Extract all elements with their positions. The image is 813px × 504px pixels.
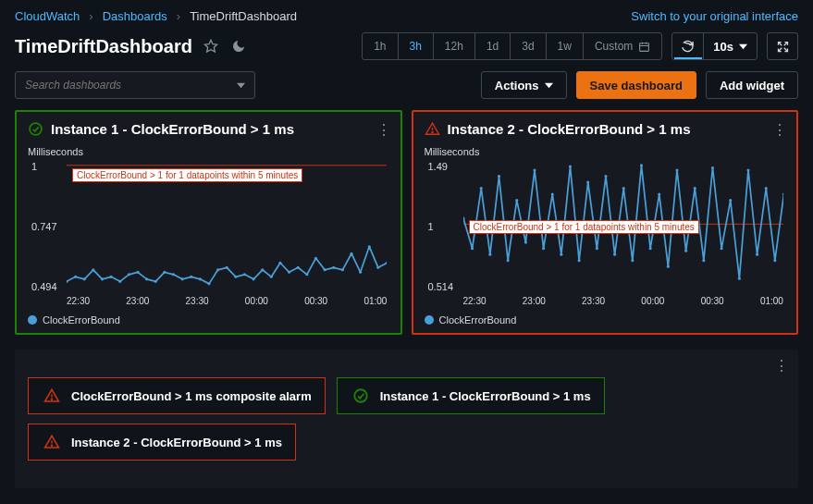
widget-menu-button[interactable]: ⋮	[376, 121, 391, 139]
caret-down-icon	[739, 43, 747, 51]
svg-point-47	[359, 271, 362, 274]
svg-point-70	[595, 247, 597, 250]
time-3d[interactable]: 3d	[511, 33, 546, 59]
svg-point-71	[604, 175, 607, 178]
svg-point-55	[463, 217, 465, 220]
threshold-annotation: ClockErrorBound > 1 for 1 datapoints wit…	[469, 220, 699, 234]
chart-plot[interactable]: 1 0.747 0.494 ClockErrorBound > 1 for 1 …	[31, 161, 389, 309]
star-icon[interactable]	[202, 37, 220, 55]
time-custom-label: Custom	[595, 40, 633, 53]
widget-menu-button[interactable]: ⋮	[772, 121, 787, 139]
chart-plot[interactable]: 1.49 1 0.514 ClockErrorBound > 1 for 1 d…	[428, 161, 786, 309]
alarm-label: ClockErrorBound > 1 ms composite alarm	[71, 389, 312, 403]
y-axis-label: Milliseconds	[28, 146, 389, 157]
svg-point-77	[658, 193, 660, 196]
svg-point-74	[631, 259, 634, 262]
svg-point-18	[101, 277, 104, 280]
crumb-current: TimeDriftDashboard	[190, 9, 297, 23]
ok-circle-icon	[28, 121, 43, 137]
actions-button[interactable]: Actions	[481, 71, 567, 99]
svg-point-23	[145, 277, 148, 280]
crumb-dashboards[interactable]: Dashboards	[103, 9, 167, 23]
svg-point-98	[51, 445, 52, 446]
alarm-triangle-icon	[43, 387, 60, 404]
svg-point-33	[234, 276, 237, 278]
y-axis-label: Milliseconds	[425, 146, 786, 157]
svg-point-16	[83, 277, 86, 280]
svg-point-65	[550, 193, 553, 196]
svg-point-89	[764, 187, 767, 190]
time-custom[interactable]: Custom	[584, 33, 661, 59]
svg-point-60	[506, 259, 509, 262]
widget-instance1: Instance 1 - ClockErrorBound > 1 ms ⋮ Mi…	[15, 110, 402, 335]
alarm-label: Instance 1 - ClockErrorBound > 1 ms	[380, 389, 591, 403]
svg-point-36	[261, 268, 264, 271]
svg-point-58	[488, 253, 491, 256]
svg-point-22	[136, 271, 139, 274]
svg-point-56	[471, 247, 474, 250]
svg-point-53	[431, 131, 432, 132]
x-ticks: 22:3023:0023:3000:0000:3001:00	[67, 296, 388, 309]
svg-point-30	[207, 282, 210, 285]
widget-title: Instance 2 - ClockErrorBound > 1 ms	[448, 121, 691, 137]
svg-point-42	[314, 257, 317, 260]
svg-point-28	[190, 276, 192, 278]
crumb-cloudwatch[interactable]: CloudWatch	[15, 9, 80, 23]
svg-point-66	[560, 253, 562, 256]
svg-point-46	[350, 252, 352, 255]
add-widget-button[interactable]: Add widget	[706, 71, 798, 99]
svg-point-67	[568, 166, 571, 168]
refresh-interval-select[interactable]: 10s	[704, 33, 757, 59]
time-1d[interactable]: 1d	[475, 33, 511, 59]
svg-point-84	[720, 247, 722, 250]
svg-point-17	[92, 268, 94, 271]
alarm-composite[interactable]: ClockErrorBound > 1 ms composite alarm	[28, 377, 326, 414]
dark-mode-icon[interactable]	[229, 37, 248, 55]
save-dashboard-button[interactable]: Save dashboard	[576, 71, 696, 99]
legend-swatch	[425, 315, 434, 325]
svg-point-63	[533, 168, 536, 171]
svg-point-90	[773, 259, 776, 262]
svg-point-15	[74, 276, 77, 278]
legend-swatch	[28, 315, 37, 325]
widget-title: Instance 1 - ClockErrorBound > 1 ms	[51, 121, 294, 137]
alarm-instance1[interactable]: Instance 1 - ClockErrorBound > 1 ms	[337, 377, 605, 414]
svg-point-76	[648, 247, 651, 250]
alarm-label: Instance 2 - ClockErrorBound > 1 ms	[71, 436, 282, 449]
alarm-triangle-icon	[43, 434, 60, 450]
svg-rect-1	[640, 43, 649, 51]
search-dashboards[interactable]	[15, 71, 255, 99]
alarm-instance2[interactable]: Instance 2 - ClockErrorBound > 1 ms	[28, 424, 296, 461]
svg-point-68	[577, 259, 580, 262]
switch-interface-link[interactable]: Switch to your original interface	[631, 9, 798, 23]
time-1w[interactable]: 1w	[547, 33, 584, 59]
time-1h[interactable]: 1h	[363, 33, 398, 59]
svg-point-45	[341, 268, 344, 271]
time-12h[interactable]: 12h	[434, 33, 475, 59]
refresh-icon	[681, 40, 695, 54]
svg-point-88	[756, 253, 758, 256]
search-input[interactable]	[25, 79, 210, 92]
svg-point-19	[110, 276, 113, 278]
refresh-button[interactable]	[672, 33, 704, 59]
svg-point-69	[586, 180, 589, 183]
svg-point-24	[154, 280, 157, 283]
time-3h[interactable]: 3h	[399, 33, 434, 59]
y-ticks: 1.49 1 0.514	[428, 161, 460, 292]
svg-point-29	[199, 277, 202, 280]
svg-point-25	[163, 271, 166, 274]
svg-point-34	[243, 273, 246, 276]
svg-point-87	[746, 168, 749, 171]
svg-point-85	[729, 199, 732, 202]
svg-point-20	[118, 280, 121, 283]
fullscreen-button[interactable]	[767, 32, 798, 60]
svg-point-49	[376, 266, 379, 269]
svg-point-35	[253, 277, 255, 280]
svg-point-82	[702, 259, 705, 262]
svg-point-57	[479, 187, 482, 190]
widget-menu-button[interactable]: ⋮	[774, 357, 789, 375]
svg-point-91	[782, 193, 783, 196]
svg-point-40	[297, 266, 300, 269]
svg-point-80	[684, 250, 687, 252]
svg-marker-10	[237, 82, 245, 87]
